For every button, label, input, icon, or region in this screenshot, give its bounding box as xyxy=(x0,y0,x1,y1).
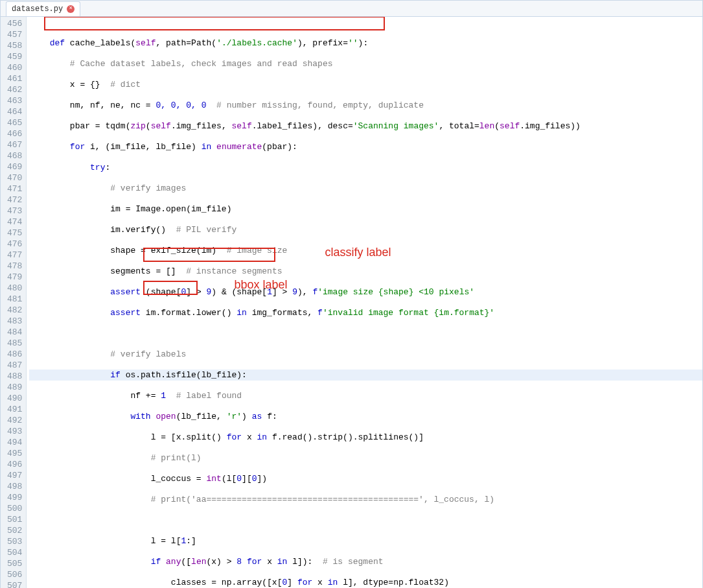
line-number: 469 xyxy=(7,161,22,172)
line-number: 491 xyxy=(7,404,22,415)
line-number: 466 xyxy=(7,128,22,139)
line-number: 467 xyxy=(7,139,22,150)
code-line xyxy=(29,328,702,339)
line-number: 486 xyxy=(7,349,22,360)
line-number: 468 xyxy=(7,150,22,161)
line-number: 482 xyxy=(7,305,22,316)
code-line: # print('aa=============================… xyxy=(29,494,702,505)
line-number: 478 xyxy=(7,261,22,272)
code-line: # verify labels xyxy=(29,349,702,360)
code-line: nf += 1 # label found xyxy=(29,390,702,401)
code-line: x = {} # dict xyxy=(29,79,702,90)
code-line: shape = exif_size(im) # image size xyxy=(29,245,702,256)
line-number: 465 xyxy=(7,117,22,128)
line-number: 459 xyxy=(7,51,22,62)
line-number: 471 xyxy=(7,183,22,194)
line-number: 457 xyxy=(7,29,22,40)
code-line: l_coccus = int(l[0][0]) xyxy=(29,473,702,484)
line-number: 458 xyxy=(7,40,22,51)
close-icon[interactable]: × xyxy=(67,5,75,13)
code-line: with open(lb_file, 'r') as f: xyxy=(29,411,702,422)
line-number: 479 xyxy=(7,272,22,283)
line-number: 485 xyxy=(7,338,22,349)
code-line xyxy=(29,515,702,526)
line-number: 502 xyxy=(7,525,22,536)
code-line: # print(l) xyxy=(29,453,702,464)
line-number: 476 xyxy=(7,239,22,250)
line-number: 504 xyxy=(7,547,22,558)
line-number: 503 xyxy=(7,536,22,547)
line-number: 487 xyxy=(7,360,22,371)
line-gutter: 4564574584594604614624634644654664674684… xyxy=(1,17,27,588)
annotation-box-def xyxy=(44,17,385,30)
code-line: im = Image.open(im_file) xyxy=(29,204,702,215)
line-number: 488 xyxy=(7,371,22,382)
code-line: l = [x.split() for x in f.read().strip()… xyxy=(29,432,702,443)
line-number: 499 xyxy=(7,492,22,503)
line-number: 490 xyxy=(7,393,22,404)
line-number: 462 xyxy=(7,84,22,95)
line-number: 460 xyxy=(7,62,22,73)
line-number: 498 xyxy=(7,481,22,492)
line-number: 484 xyxy=(7,327,22,338)
code-line: nm, nf, ne, nc = 0, 0, 0, 0 # number mis… xyxy=(29,100,702,111)
line-number: 500 xyxy=(7,503,22,514)
code-line: if any([len(x) > 8 for x in l]): # is se… xyxy=(29,556,702,567)
code-line: # verify images xyxy=(29,183,702,194)
line-number: 475 xyxy=(7,228,22,239)
code-line: l = l[1:] xyxy=(29,535,702,547)
line-number: 477 xyxy=(7,250,22,261)
editor-window: datasets.py × 45645745845946046146246346… xyxy=(0,0,703,588)
code-line: # Cache dataset labels, check images and… xyxy=(29,58,702,69)
tab-bar: datasets.py × xyxy=(1,1,702,17)
code-line: pbar = tqdm(zip(self.img_files, self.lab… xyxy=(29,121,702,132)
line-number: 501 xyxy=(7,514,22,525)
line-number: 494 xyxy=(7,437,22,448)
tab-filename: datasets.py xyxy=(12,5,63,14)
code-area: 4564574584594604614624634644654664674684… xyxy=(1,17,702,588)
code-line: if os.path.isfile(lb_file): xyxy=(29,370,702,381)
line-number: 470 xyxy=(7,172,22,183)
code-content[interactable]: def cache_labels(self, path=Path('./labe… xyxy=(27,17,702,588)
code-line: im.verify() # PIL verify xyxy=(29,224,702,235)
code-line: def cache_labels(self, path=Path('./labe… xyxy=(29,38,702,49)
line-number: 474 xyxy=(7,217,22,228)
code-line: for i, (im_file, lb_file) in enumerate(p… xyxy=(29,141,702,152)
line-number: 507 xyxy=(7,580,22,588)
line-number: 506 xyxy=(7,569,22,580)
line-number: 461 xyxy=(7,73,22,84)
line-number: 456 xyxy=(7,18,22,29)
line-number: 472 xyxy=(7,194,22,206)
file-tab[interactable]: datasets.py × xyxy=(6,1,80,16)
line-number: 483 xyxy=(7,316,22,327)
line-number: 489 xyxy=(7,382,22,393)
line-number: 463 xyxy=(7,95,22,106)
line-number: 496 xyxy=(7,459,22,470)
line-number: 495 xyxy=(7,448,22,459)
code-line: segments = [] # instance segments xyxy=(29,266,702,277)
code-line: assert (shape[0] > 9) & (shape[1] > 9), … xyxy=(29,287,702,298)
line-number: 480 xyxy=(7,283,22,294)
code-line: try: xyxy=(29,162,702,173)
line-number: 505 xyxy=(7,558,22,569)
line-number: 493 xyxy=(7,426,22,437)
line-number: 481 xyxy=(7,294,22,305)
line-number: 497 xyxy=(7,470,22,481)
line-number: 473 xyxy=(7,206,22,217)
code-line: classes = np.array([x[0] for x in l], dt… xyxy=(29,577,702,588)
line-number: 492 xyxy=(7,415,22,426)
line-number: 464 xyxy=(7,106,22,117)
code-line: assert im.format.lower() in img_formats,… xyxy=(29,307,702,318)
